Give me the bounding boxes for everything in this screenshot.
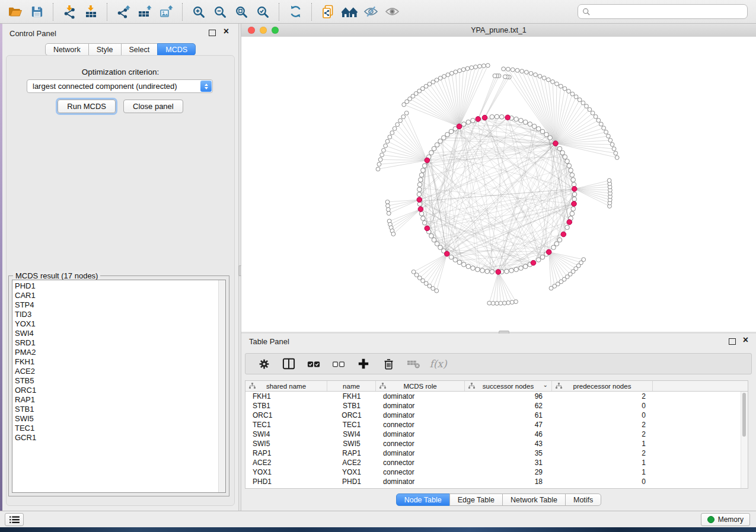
network-node[interactable] [540, 255, 545, 259]
network-node[interactable] [466, 120, 471, 124]
network-node[interactable] [476, 267, 480, 272]
network-canvas[interactable] [241, 37, 756, 332]
network-node[interactable] [490, 270, 495, 274]
network-node[interactable] [442, 136, 446, 140]
network-node[interactable] [499, 115, 504, 120]
network-node[interactable] [581, 101, 585, 105]
network-hub-node[interactable] [417, 197, 422, 203]
network-node[interactable] [486, 63, 490, 68]
network-node[interactable] [591, 111, 595, 115]
network-node[interactable] [514, 267, 519, 272]
network-node[interactable] [551, 245, 556, 250]
network-node[interactable] [493, 74, 497, 78]
network-node[interactable] [417, 187, 422, 192]
network-node[interactable] [419, 211, 424, 216]
network-node[interactable] [422, 164, 427, 168]
network-node[interactable] [470, 66, 474, 70]
network-node[interactable] [495, 302, 499, 306]
scrollbar-thumb[interactable] [742, 393, 746, 437]
network-hub-node[interactable] [553, 141, 559, 146]
zoom-fit-button[interactable] [231, 2, 251, 21]
network-node[interactable] [567, 164, 572, 168]
mcds-result-item[interactable]: PHD1 [15, 281, 225, 291]
network-node[interactable] [401, 115, 406, 119]
column-settings-button[interactable] [251, 355, 276, 373]
mcds-result-item[interactable]: GCR1 [15, 433, 225, 443]
network-hub-node[interactable] [418, 207, 423, 212]
network-node[interactable] [417, 182, 422, 187]
float-panel-icon[interactable] [729, 338, 736, 345]
mcds-result-item[interactable]: ORC1 [15, 386, 225, 395]
close-panel-icon[interactable]: × [224, 27, 229, 36]
network-node[interactable] [487, 301, 492, 305]
network-node[interactable] [417, 192, 422, 197]
network-node[interactable] [442, 75, 446, 79]
network-node[interactable] [495, 114, 499, 119]
network-node[interactable] [602, 126, 606, 130]
network-node[interactable] [570, 211, 575, 216]
mcds-result-item[interactable]: STP4 [15, 300, 225, 310]
network-node[interactable] [503, 75, 508, 79]
network-node[interactable] [519, 118, 524, 123]
network-node[interactable] [385, 139, 390, 143]
network-node[interactable] [570, 92, 575, 96]
network-node[interactable] [393, 127, 397, 131]
column-header-mcds-role[interactable]: MCDS role [376, 381, 465, 391]
table-row[interactable]: TEC1TEC1connector472 [245, 420, 748, 430]
delete-table-button[interactable] [401, 355, 426, 373]
table-row[interactable]: SWI4SWI4dominator462 [245, 430, 748, 439]
network-node[interactable] [482, 64, 486, 68]
zoom-out-button[interactable] [210, 2, 230, 21]
network-node[interactable] [585, 104, 589, 108]
network-node[interactable] [505, 269, 509, 274]
network-node[interactable] [391, 232, 395, 236]
network-node[interactable] [534, 73, 538, 77]
export-table-button[interactable] [135, 2, 155, 21]
network-node[interactable] [520, 69, 524, 73]
function-builder-button[interactable]: f(x) [426, 355, 451, 373]
float-panel-icon[interactable] [209, 30, 216, 36]
network-node[interactable] [538, 74, 542, 78]
mcds-result-item[interactable]: STB1 [15, 405, 225, 414]
tab-edge-table[interactable]: Edge Table [449, 493, 503, 506]
network-hub-node[interactable] [531, 260, 536, 265]
mcds-result-item[interactable]: CAR1 [15, 291, 225, 300]
network-hub-node[interactable] [505, 115, 511, 120]
network-node[interactable] [490, 115, 495, 120]
mcds-list-scrollbar[interactable] [218, 280, 225, 492]
network-node[interactable] [572, 192, 577, 197]
network-node[interactable] [485, 269, 490, 274]
network-node[interactable] [445, 132, 450, 137]
table-row[interactable]: STB1STB1dominator620 [245, 401, 748, 411]
hide-graphics-details-button[interactable] [361, 2, 381, 21]
network-node[interactable] [421, 216, 426, 221]
network-node[interactable] [608, 138, 613, 142]
network-node[interactable] [453, 258, 458, 262]
network-hub-node[interactable] [425, 158, 430, 163]
open-file-button[interactable] [5, 2, 25, 21]
save-session-button[interactable] [27, 2, 47, 21]
mcds-result-item[interactable]: TID3 [15, 310, 225, 319]
network-node[interactable] [514, 117, 519, 121]
network-node[interactable] [607, 178, 611, 182]
mcds-result-item[interactable]: ACE2 [15, 367, 225, 376]
network-hub-node[interactable] [567, 220, 572, 225]
network-node[interactable] [529, 72, 533, 76]
network-node[interactable] [438, 245, 443, 250]
network-node[interactable] [386, 204, 390, 208]
network-node[interactable] [454, 70, 458, 74]
network-node[interactable] [572, 197, 577, 201]
network-node[interactable] [560, 150, 565, 155]
network-node[interactable] [528, 122, 532, 127]
network-node[interactable] [502, 67, 506, 71]
network-node[interactable] [435, 143, 439, 148]
split-table-button[interactable] [276, 355, 301, 373]
network-node[interactable] [390, 131, 394, 135]
network-node[interactable] [544, 132, 549, 137]
network-node[interactable] [429, 233, 434, 238]
close-panel-button[interactable]: Close panel [123, 100, 183, 113]
network-node[interactable] [395, 123, 400, 127]
import-table-button[interactable] [81, 2, 101, 21]
network-node[interactable] [382, 148, 386, 152]
mcds-result-list[interactable]: PHD1CAR1STP4TID3YOX1SWI4SRD1PMA2FKH1ACE2… [12, 280, 226, 493]
